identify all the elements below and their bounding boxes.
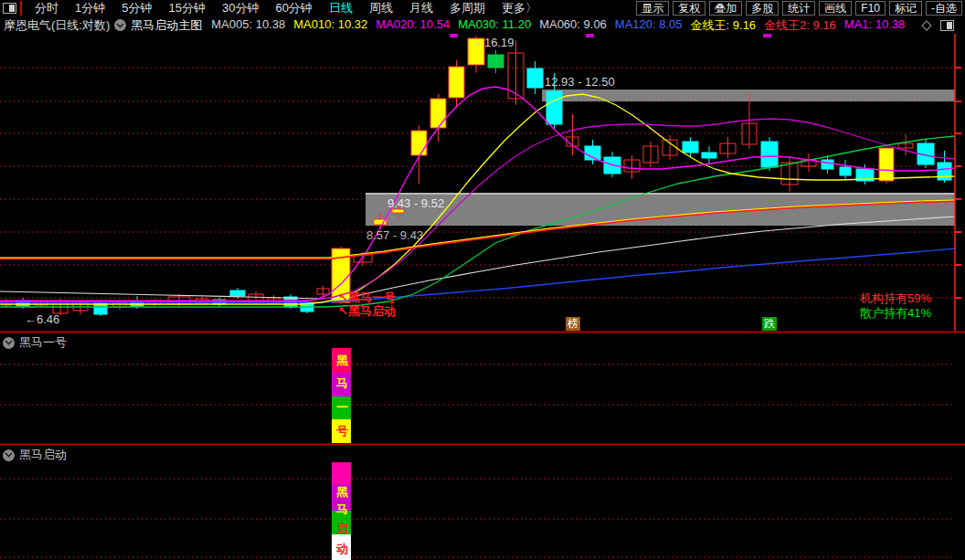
menu-divider (20, 1, 22, 16)
period-menu-item-1[interactable]: 1分钟 (67, 0, 113, 16)
signal-bar-char: 一 (336, 400, 348, 414)
indicator-value-7: 金线王2: 9.16 (764, 17, 836, 34)
layout-split-icon[interactable] (3, 3, 16, 14)
period-menu-item-9[interactable]: 多周期 (441, 0, 493, 16)
period-menu-item-3[interactable]: 15分钟 (160, 0, 213, 16)
chevron-down-icon[interactable] (3, 337, 15, 349)
toolbar-button-2[interactable]: 叠加 (709, 1, 742, 16)
stock-title[interactable]: 摩恩电气(日线:对数) (4, 17, 110, 34)
signal-bar-char: 动 (335, 542, 348, 555)
signal-bar-char: 黑 (336, 485, 349, 499)
candlestick-series (2, 36, 951, 316)
event-marker (586, 34, 594, 37)
period-menu-item-0[interactable]: 分时 (27, 0, 67, 16)
indicator-value-1: MA010: 10.32 (293, 17, 367, 34)
signal-bar-char: 号 (335, 424, 348, 438)
signal-bar-char: 黑 (336, 354, 349, 367)
period-menu-item-8[interactable]: 月线 (401, 0, 441, 16)
signal-bar-char: 马 (336, 376, 348, 390)
period-menu-item-5[interactable]: 60分钟 (267, 0, 320, 16)
period-menu-item-7[interactable]: 周线 (361, 0, 401, 16)
period-menu-item-2[interactable]: 5分钟 (113, 0, 160, 16)
indicator-value-6: 金线王: 9.16 (691, 17, 757, 34)
toolbar-button-6[interactable]: F10 (855, 1, 885, 16)
top-menu-bar: 分时1分钟5分钟15分钟30分钟60分钟日线周线月线多周期更多〉 显示复权叠加多… (0, 0, 965, 16)
toolbar-button-7[interactable]: 标记 (889, 1, 922, 16)
panel-header-heima-yihao[interactable]: 黑马一号 (3, 334, 67, 351)
toolbar-button-4[interactable]: 统计 (782, 1, 815, 16)
indicator-name[interactable]: 黑马启动主图 (131, 17, 202, 34)
toolbar-menu: 显示复权叠加多股统计画线F10标记-自选 (632, 1, 962, 16)
chevron-down-icon[interactable] (114, 19, 126, 31)
panel-title: 黑马启动 (19, 447, 67, 463)
indicator-value-8: MA1: 10.38 (844, 17, 906, 34)
chart-stage: 黑马一号黑马启动 ←16.1912.93 - 12.509.43 - 9.528… (0, 34, 965, 560)
toolbar-button-3[interactable]: 多股 (746, 1, 779, 16)
titlebar-icons (923, 20, 958, 31)
toolbar-button-1[interactable]: 复权 (673, 1, 705, 16)
diamond-icon[interactable] (921, 20, 931, 30)
indicator-value-4: MA060: 9.06 (539, 17, 607, 34)
indicator-value-5: MA120: 8.05 (615, 17, 683, 34)
chart-canvas[interactable]: 黑马一号黑马启动 (0, 34, 965, 560)
toolbar-button-5[interactable]: 画线 (819, 1, 852, 16)
panel-header-heima-qidong[interactable]: 黑马启动 (3, 447, 67, 463)
period-menu-item-10[interactable]: 更多〉 (493, 0, 546, 16)
period-menu: 分时1分钟5分钟15分钟30分钟60分钟日线周线月线多周期更多〉 (27, 0, 546, 16)
indicator-title-bar: 摩恩电气(日线:对数) 黑马启动主图 MA005: 10.38MA010: 10… (0, 16, 965, 34)
signal-bar-char: 马 (336, 502, 348, 516)
indicator-value-2: MA020: 10.54 (376, 17, 450, 34)
signal-bar-segment (332, 462, 351, 484)
toolbar-button-8[interactable]: -自选 (926, 1, 962, 16)
ma-values: MA005: 10.38MA010: 10.32MA020: 10.54MA03… (211, 17, 913, 34)
event-marker (763, 34, 771, 37)
indicator-value-0: MA005: 10.38 (211, 17, 285, 34)
chevron-down-icon[interactable] (3, 449, 15, 461)
event-marker (450, 34, 458, 37)
layout-split-icon[interactable] (940, 20, 954, 31)
panel-title: 黑马一号 (19, 334, 67, 351)
period-menu-item-4[interactable]: 30分钟 (214, 0, 267, 16)
indicator-value-3: MA030: 11.20 (458, 17, 531, 34)
signal-bar-char: 启 (335, 522, 348, 535)
toolbar-button-0[interactable]: 显示 (636, 1, 669, 16)
period-menu-item-6[interactable]: 日线 (321, 0, 361, 16)
